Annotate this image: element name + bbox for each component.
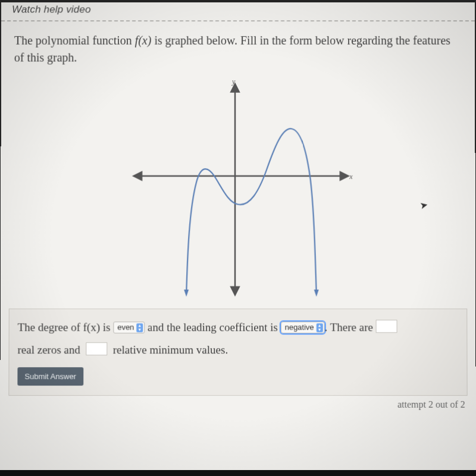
- cursor-icon: ➤: [419, 199, 429, 211]
- prompt-fn: f(x): [135, 34, 152, 47]
- x-axis-label: x: [349, 173, 353, 181]
- answer-card: The degree of f(x) is even ▲▼ and the le…: [8, 309, 467, 396]
- prompt-pre: The polynomial function: [14, 34, 135, 47]
- answer-text-3: . There are: [325, 321, 376, 333]
- question-prompt: The polynomial function f(x) is graphed …: [1, 21, 475, 70]
- submit-answer-button[interactable]: Submit Answer: [17, 367, 83, 386]
- answer-text-2: and the leading coefficient is: [148, 321, 278, 333]
- real-zeros-input[interactable]: [376, 320, 397, 333]
- curve-left-arrow-icon: [184, 290, 189, 297]
- stepper-icon: ▲▼: [317, 323, 323, 332]
- attempt-counter: attempt 2 out of 2: [0, 396, 475, 410]
- watch-help-link[interactable]: Watch help video: [12, 4, 91, 15]
- degree-select-value: even: [117, 320, 134, 335]
- relative-min-input[interactable]: [86, 342, 107, 355]
- leading-coef-select[interactable]: negative ▲▼: [281, 321, 325, 333]
- leading-coef-value: negative: [285, 320, 314, 335]
- degree-select[interactable]: even ▲▼: [113, 321, 145, 333]
- answer-text-1: The degree of f(x) is: [18, 321, 114, 333]
- curve-right-arrow-icon: [314, 290, 319, 297]
- stepper-icon: ▲▼: [136, 323, 143, 332]
- answer-text-4: real zeros and: [17, 343, 80, 356]
- polynomial-graph: x y: [113, 76, 362, 300]
- y-axis-label: y: [231, 77, 236, 86]
- polynomial-curve: [186, 129, 317, 294]
- answer-text-5: relative minimum values.: [113, 343, 228, 356]
